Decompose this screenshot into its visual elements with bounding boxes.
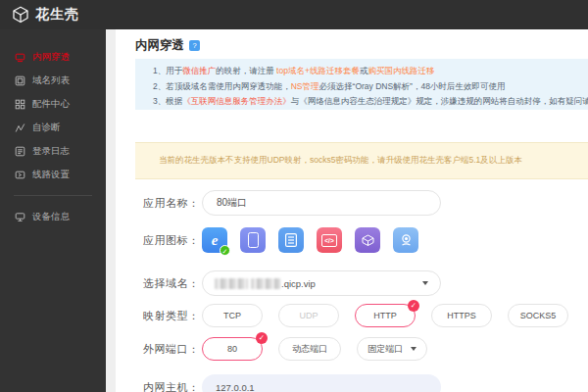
caret-down-icon	[411, 347, 416, 351]
ie-browser-icon[interactable]: e ✓	[202, 227, 227, 253]
domain-label: 选择域名：	[143, 276, 200, 291]
brand-name: 花生壳	[35, 6, 79, 24]
check-badge-icon: ✓	[256, 332, 268, 344]
internal-host-input[interactable]	[202, 374, 441, 392]
censored-domain-block	[215, 278, 248, 289]
top-bar: 花生壳	[0, 0, 588, 29]
top-domain-link[interactable]: top域名+线路迁移套餐	[276, 66, 360, 75]
sidebar-item-self-diagnosis[interactable]: 自诊断	[0, 116, 106, 139]
map-type-tcp[interactable]: TCP	[202, 304, 263, 327]
external-port-label: 外网端口：	[143, 342, 200, 357]
sidebar-item-parts-center[interactable]: 配件中心	[0, 92, 106, 116]
notice-line-3: 3、根据《互联网信息服务管理办法》与《网络信息内容生态治理规定》规定，涉嫌违规的…	[153, 94, 588, 110]
brand-logo[interactable]: 花生壳	[12, 6, 79, 24]
sidebar-item-domain-list[interactable]: 域名列表	[0, 69, 106, 92]
sidebar-item-route-settings[interactable]: 线路设置	[0, 163, 106, 186]
phone-app-icon[interactable]	[240, 227, 266, 253]
external-port-row: 外网端口： ✓ 动态端口 固定端口	[143, 337, 588, 361]
sidebar-divider	[14, 195, 92, 196]
app-icon-row: 应用图标： e ✓ </>	[143, 227, 588, 253]
app-icon-options: e ✓ </>	[202, 227, 418, 253]
sidebar-item-label: 域名列表	[32, 74, 70, 87]
notice-box: 1、用于微信推广的映射，请注册 top域名+线路迁移套餐或购买国内线路迁移 2、…	[135, 59, 588, 110]
sidebar-item-label: 配件中心	[32, 98, 70, 111]
check-badge-icon: ✓	[408, 300, 419, 312]
fixed-port-select[interactable]: 固定端口	[357, 337, 427, 361]
grid-icon	[15, 99, 25, 110]
sidebar-item-device-info[interactable]: 设备信息	[0, 205, 106, 228]
sidebar-item-login-log[interactable]: 登录日志	[0, 139, 106, 163]
device-icon	[15, 212, 25, 222]
cube-logo-icon	[12, 6, 29, 24]
tunnel-icon	[15, 52, 25, 63]
map-type-udp: UDP	[278, 304, 339, 327]
check-badge-icon: ✓	[220, 245, 230, 256]
buy-route-link[interactable]: 购买国内线路迁移	[368, 66, 434, 75]
code-app-icon[interactable]: </>	[317, 227, 342, 253]
notice-line-2: 2、若顶级域名需使用内网穿透功能，NS管理必须选择“Oray DNS解析”，48…	[153, 79, 588, 95]
sidebar-item-intranet-tunnel[interactable]: 内网穿透	[0, 45, 106, 69]
domain-list-icon	[15, 75, 25, 86]
notice-line-1: 1、用于微信推广的映射，请注册 top域名+线路迁移套餐或购买国内线路迁移	[153, 64, 588, 79]
internal-host-label: 内网主机：	[143, 380, 200, 392]
sidebar-item-label: 内网穿透	[32, 51, 70, 64]
page-header: 内网穿透 ?	[135, 37, 200, 54]
caret-down-icon	[422, 281, 428, 285]
app-name-label: 应用名称：	[143, 196, 200, 211]
main-panel: 内网穿透 ? 1、用于微信推广的映射，请注册 top域名+线路迁移套餐或购买国内…	[116, 29, 588, 392]
domain-select[interactable]: .qicp.vip	[202, 270, 441, 296]
webcam-app-icon[interactable]	[393, 227, 418, 253]
help-icon[interactable]: ?	[189, 40, 200, 51]
map-type-socks5[interactable]: SOCKS5	[508, 304, 568, 327]
page-title: 内网穿透	[135, 37, 184, 54]
sidebar-item-label: 设备信息	[32, 211, 70, 223]
ns-manage-link[interactable]: NS管理	[291, 81, 319, 91]
map-type-https[interactable]: HTTPS	[431, 304, 492, 327]
domain-suffix: .qicp.vip	[281, 278, 316, 289]
sidebar-item-label: 自诊断	[32, 122, 61, 134]
diagnosis-icon	[15, 122, 25, 133]
dynamic-port-button[interactable]: 动态端口	[278, 337, 341, 361]
map-type-options: TCP UDP HTTP✓ HTTPS SOCKS5	[202, 304, 568, 327]
regulation-link[interactable]: 《互联网信息服务管理办法》	[182, 96, 291, 106]
app-name-input[interactable]	[202, 190, 441, 216]
external-port-input[interactable]	[202, 337, 263, 361]
domain-row: 选择域名： .qicp.vip	[143, 270, 588, 296]
app-name-row: 应用名称：	[143, 190, 588, 216]
sidebar-nav: 内网穿透 域名列表 配件中心 自诊断 登录日志 线路设置 设备信息	[0, 29, 106, 392]
internal-host-row: 内网主机：	[143, 374, 588, 392]
app-icon-label: 应用图标：	[143, 233, 200, 248]
version-warning-bar: 当前的花生壳版本不支持使用UDP映射，socks5密码功能，请升级使用花生壳客户…	[135, 142, 588, 179]
document-app-icon[interactable]	[278, 227, 304, 253]
map-type-http[interactable]: HTTP✓	[355, 304, 416, 327]
storage-box-icon[interactable]	[355, 227, 380, 253]
log-icon	[15, 146, 25, 157]
route-icon	[15, 170, 25, 180]
wechat-promo-text: 微信推广	[182, 66, 216, 75]
map-type-row: 映射类型： TCP UDP HTTP✓ HTTPS SOCKS5	[143, 304, 588, 327]
censored-domain-block	[251, 278, 280, 289]
sidebar-item-label: 线路设置	[32, 169, 70, 181]
map-type-label: 映射类型：	[143, 309, 200, 323]
sidebar-item-label: 登录日志	[32, 145, 70, 158]
